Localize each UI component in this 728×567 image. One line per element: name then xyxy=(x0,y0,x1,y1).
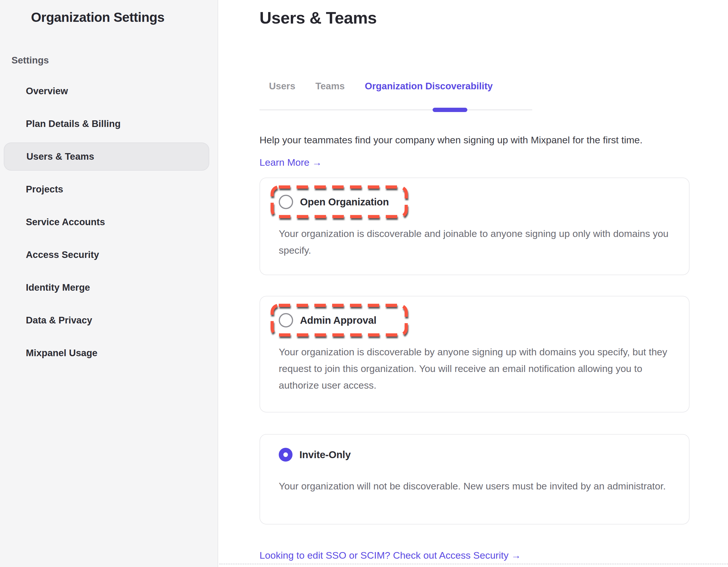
option-row: Admin Approval xyxy=(279,297,677,328)
sidebar-section-label: Settings xyxy=(11,54,218,67)
option-description: Your organization is discoverable and jo… xyxy=(279,225,677,258)
sidebar-item-projects[interactable]: Projects xyxy=(4,175,209,203)
sidebar-item-overview[interactable]: Overview xyxy=(4,77,209,105)
tab-bar: Users Teams Organization Discoverability xyxy=(260,80,532,110)
tab-organization-discoverability[interactable]: Organization Discoverability xyxy=(365,80,493,92)
option-card-admin-approval: Admin Approval Your organization is disc… xyxy=(260,296,690,413)
option-row: Invite-Only xyxy=(279,435,677,462)
option-label-invite-only[interactable]: Invite-Only xyxy=(299,449,351,460)
sidebar-item-users-teams[interactable]: Users & Teams xyxy=(4,142,209,171)
settings-sidebar: Organization Settings Settings Overview … xyxy=(0,0,218,567)
radio-admin-approval[interactable] xyxy=(279,313,293,328)
option-row: Open Organization xyxy=(279,178,677,209)
sidebar-title: Organization Settings xyxy=(31,8,218,26)
dotted-divider xyxy=(219,564,728,564)
sidebar-nav: Overview Plan Details & Billing Users & … xyxy=(0,77,218,367)
learn-more-link[interactable]: Learn More → xyxy=(260,155,322,169)
tab-teams[interactable]: Teams xyxy=(315,80,345,92)
radio-invite-only[interactable] xyxy=(279,448,293,462)
sidebar-item-mixpanel-usage[interactable]: Mixpanel Usage xyxy=(4,339,209,367)
sidebar-item-service-accounts[interactable]: Service Accounts xyxy=(4,208,209,236)
option-card-invite-only: Invite-Only Your organization will not b… xyxy=(260,434,690,525)
users-teams-content: Users & Teams Users Teams Organization D… xyxy=(219,7,728,562)
active-tab-indicator xyxy=(433,108,467,112)
option-label-open-organization[interactable]: Open Organization xyxy=(300,196,389,208)
sidebar-item-plan-details-billing[interactable]: Plan Details & Billing xyxy=(4,110,209,138)
option-description: Your organization is discoverable by any… xyxy=(279,344,677,394)
tab-users[interactable]: Users xyxy=(269,80,295,92)
page-title: Users & Teams xyxy=(260,7,728,28)
sidebar-item-identity-merge[interactable]: Identity Merge xyxy=(4,273,209,302)
sidebar-item-data-privacy[interactable]: Data & Privacy xyxy=(4,306,209,334)
sidebar-item-access-security[interactable]: Access Security xyxy=(4,241,209,269)
option-card-open-organization: Open Organization Your organization is d… xyxy=(260,177,690,275)
organization-settings-page: Organization Settings Settings Overview … xyxy=(0,0,728,567)
access-security-link[interactable]: Looking to edit SSO or SCIM? Check out A… xyxy=(260,548,521,562)
option-description: Your organization will not be discoverab… xyxy=(279,478,677,494)
discoverability-intro-text: Help your teammates find your company wh… xyxy=(260,133,728,147)
radio-open-organization[interactable] xyxy=(279,195,293,209)
option-label-admin-approval[interactable]: Admin Approval xyxy=(300,315,376,326)
